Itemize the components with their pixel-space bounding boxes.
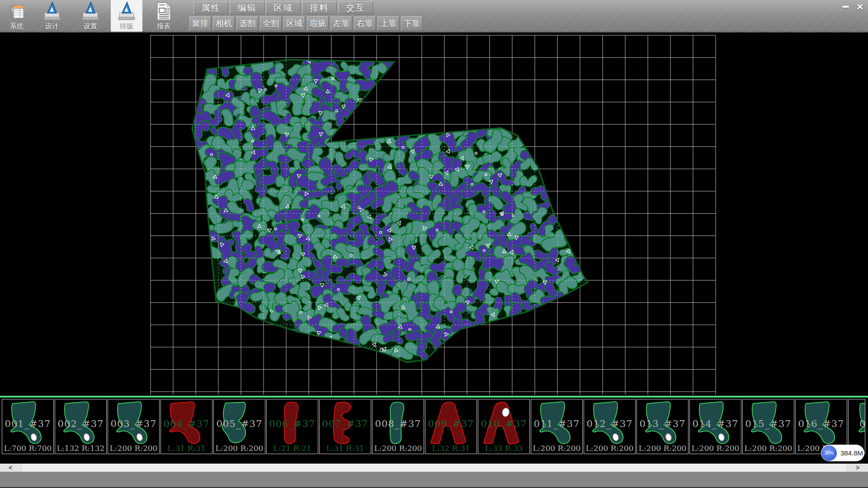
piece-thumbnail-shape <box>162 400 211 446</box>
window-bottom-band <box>0 472 868 487</box>
piece-thumbnail-013_#37[interactable]: 013_#37L:200 R:200 <box>637 399 689 454</box>
piece-thumbnail-003_#37[interactable]: 003_#37L:200 R:200 <box>108 399 160 454</box>
tool-snap-left[interactable]: 左靠 <box>330 16 352 31</box>
nav-button-settings[interactable]: 设置 <box>75 0 106 32</box>
main-toolbar: 系统设计设置排版报表 属性编辑区域排料交互聚排相机选割全割区域瑕疵左靠右靠上靠下… <box>0 0 868 33</box>
piece-thumbnail-008_#37[interactable]: 008_#37L:200 R:200 <box>372 399 424 454</box>
tool-defect[interactable]: 瑕疵 <box>307 16 329 31</box>
piece-thumbnail-015_#37[interactable]: 015_#37L:200 R:200 <box>742 399 794 454</box>
piece-thumbnail-010_#37[interactable]: 010_#37L:33 R:33 <box>478 399 530 454</box>
ruler-icon <box>116 1 137 22</box>
window-controls: × <box>839 1 866 12</box>
piece-thumbnail-shape <box>691 400 740 446</box>
piece-thumbnail-shape <box>851 400 865 446</box>
tool-cut-all[interactable]: 全割 <box>260 16 282 31</box>
piece-thumbnail-012_#37[interactable]: 012_#37L:200 R:200 <box>584 399 636 454</box>
nav-label-nesting: 排版 <box>120 22 133 31</box>
piece-thumbnail-shape <box>638 400 687 446</box>
piece-thumbnail-007_#37[interactable]: 007_#37L:31 R:31 <box>319 399 371 454</box>
piece-thumbnail-shape <box>56 400 105 446</box>
canvas-drawing <box>0 33 868 396</box>
piece-thumbnail-shape <box>268 400 317 446</box>
piece-thumbnail-shape <box>744 400 793 446</box>
piece-thumbnail-011_#37[interactable]: 011_#37L:200 R:200 <box>531 399 583 454</box>
memory-value: 384.8M <box>840 449 863 457</box>
piece-thumbnail-009_#37[interactable]: 009_#37L:32 R:31 <box>425 399 477 454</box>
menu-nest[interactable]: 排料 <box>302 1 337 14</box>
piece-thumbnail-004_#37[interactable]: 004_#37L:31 R:31 <box>160 399 212 454</box>
nav-label-design: 设计 <box>45 22 59 31</box>
nav-button-system[interactable]: 系统 <box>1 0 33 32</box>
nav-label-system: 系统 <box>10 22 24 31</box>
piece-thumbnail-001_#37[interactable]: 001_#37L:700 R:700 <box>2 399 54 454</box>
piece-thumbnail-014_#37[interactable]: 014_#37L:200 R:200 <box>689 399 741 454</box>
ruler-icon <box>80 1 101 22</box>
nav-label-report: 报表 <box>157 22 170 31</box>
menu-region[interactable]: 区域 <box>266 1 301 14</box>
minimize-button[interactable] <box>839 1 852 12</box>
nesting-canvas[interactable] <box>0 33 868 396</box>
pieces-strip: 001_#37L:700 R:700002_#37L:132 R:132003_… <box>0 396 868 457</box>
ruler-icon <box>42 1 62 22</box>
piece-thumbnail-shape <box>479 400 528 446</box>
tool-cluster-nest[interactable]: 聚排 <box>189 16 211 31</box>
nav-button-design[interactable]: 设计 <box>36 0 68 32</box>
minimize-icon <box>842 6 849 8</box>
piece-thumbnail-shape <box>215 400 264 446</box>
report-icon <box>153 1 174 22</box>
scroll-right-button[interactable]: > <box>847 464 868 472</box>
piece-thumbnail-shape <box>373 400 423 446</box>
piece-thumbnail-shape <box>585 400 634 446</box>
piece-thumbnail-shape <box>109 400 158 446</box>
tool-area[interactable]: 区域 <box>283 16 305 31</box>
tool-snap-bottom[interactable]: 下靠 <box>401 16 423 31</box>
piece-thumbnail-shape <box>321 400 370 446</box>
piece-thumbnail-shape <box>797 400 846 446</box>
piece-thumbnail-005_#37[interactable]: 005_#37L:200 R:200 <box>213 399 265 454</box>
nav-label-settings: 设置 <box>84 22 97 31</box>
tool-camera[interactable]: 相机 <box>213 16 235 31</box>
piece-thumbnail-shape <box>3 400 52 446</box>
scroll-left-button[interactable]: < <box>0 464 21 472</box>
close-button[interactable]: × <box>854 1 866 12</box>
menu-properties[interactable]: 属性 <box>193 1 228 14</box>
progress-memory-badge: 38% 384.8M <box>821 445 864 461</box>
tool-snap-top[interactable]: 上靠 <box>377 16 399 31</box>
menu-edit[interactable]: 编辑 <box>230 1 264 14</box>
piece-thumbnail-006_#37[interactable]: 006_#37L:21 R:21 <box>266 399 318 454</box>
nav-button-report[interactable]: 报表 <box>148 0 179 32</box>
progress-circle: 38% <box>821 446 837 461</box>
piece-thumbnail-shape <box>426 400 476 446</box>
tool-snap-right[interactable]: 右靠 <box>354 16 376 31</box>
horizontal-scrollbar[interactable]: < > <box>0 464 868 472</box>
menu-interact[interactable]: 交互 <box>338 1 373 14</box>
strip-divider <box>0 396 868 398</box>
piece-thumbnail-shape <box>532 400 581 446</box>
nav-button-nesting[interactable]: 排版 <box>111 0 142 32</box>
tool-select-cut[interactable]: 选割 <box>236 16 258 31</box>
system-gear-icon <box>6 1 27 22</box>
piece-thumbnail-002_#37[interactable]: 002_#37L:132 R:132 <box>55 399 107 454</box>
